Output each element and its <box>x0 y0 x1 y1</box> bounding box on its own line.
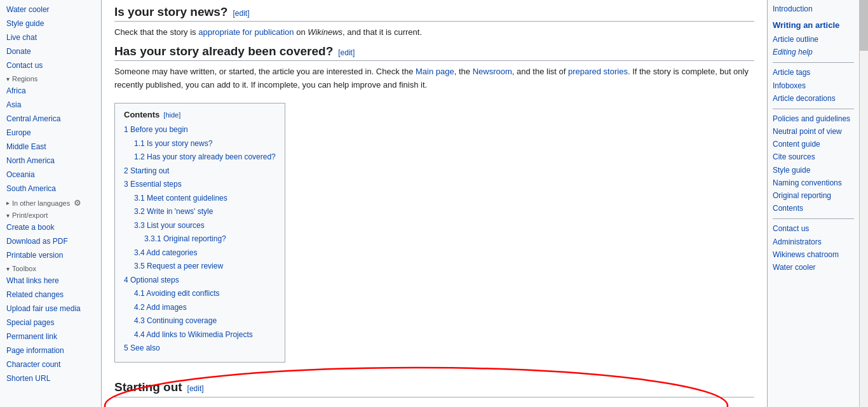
sidebar-item-oceania[interactable]: Oceania <box>0 168 101 182</box>
right-divider-3 <box>773 218 854 219</box>
section-has-story-been-covered: Has your story already been covered? [ed… <box>114 44 754 92</box>
right-writing-article-link[interactable]: Writing an article <box>773 19 854 32</box>
toc-item-1: 1 Before you begin <box>124 123 276 136</box>
sidebar-item-what-links-here[interactable]: What links here <box>0 274 101 288</box>
toc-link-5[interactable]: 5 See also <box>124 344 160 352</box>
sidebar-item-europe[interactable]: Europe <box>0 126 101 140</box>
scrollbar[interactable] <box>859 0 868 407</box>
regions-section-header[interactable]: ▾ Regions <box>0 72 101 84</box>
right-style-guide-link[interactable]: Style guide <box>773 164 854 177</box>
section2-edit-link[interactable]: [edit] <box>338 48 355 57</box>
toc-link-4-3[interactable]: 4.3 Continuing coverage <box>134 316 217 325</box>
sidebar-toolbox: What links here Related changes Upload f… <box>0 274 101 385</box>
toc-link-1[interactable]: 1 Before you begin <box>124 125 188 134</box>
contents-box: Contents [hide] 1 Before you begin 1.1 I… <box>114 103 285 363</box>
right-contents-link[interactable]: Contents <box>773 203 854 215</box>
starting-out-header: Starting out [edit] <box>114 380 754 397</box>
starting-out-edit-link[interactable]: [edit] <box>187 384 204 393</box>
toc-link-4-1[interactable]: 4.1 Avoiding edit conflicts <box>134 289 220 298</box>
other-languages-arrow-icon: ▸ <box>6 199 10 206</box>
sidebar-item-africa[interactable]: Africa <box>0 84 101 98</box>
contents-hide-link[interactable]: [hide] <box>163 111 180 119</box>
right-policies-guidelines-link[interactable]: Policies and guidelines <box>773 113 854 125</box>
toc-link-3-4[interactable]: 3.4 Add categories <box>134 248 197 257</box>
toc-link-3-3[interactable]: 3.3 List your sources <box>134 221 205 230</box>
sidebar-item-special-pages[interactable]: Special pages <box>0 316 101 330</box>
right-infoboxes-link[interactable]: Infoboxes <box>773 80 854 92</box>
scrollbar-thumb[interactable] <box>860 0 868 51</box>
prepared-stories-link[interactable]: prepared stories <box>568 67 628 76</box>
sidebar-item-permanent-link[interactable]: Permanent link <box>0 330 101 344</box>
right-naming-conventions-link[interactable]: Naming conventions <box>773 177 854 189</box>
toc-item-3-1: 3.1 Meet content guidelines <box>124 192 276 204</box>
section2-text: Someone may have written, or started, th… <box>114 65 754 92</box>
sidebar-item-printable-version[interactable]: Printable version <box>0 248 101 262</box>
toc-link-2[interactable]: 2 Starting out <box>124 166 169 175</box>
sidebar-item-donate[interactable]: Donate <box>0 44 101 58</box>
sidebar-item-shorten-url[interactable]: Shorten URL <box>0 371 101 385</box>
starting-out-text1: If the story has not been started, you c… <box>114 404 754 407</box>
toc-item-4: 4 Optional steps <box>124 274 276 286</box>
print-arrow-icon: ▾ <box>6 212 10 219</box>
sidebar-item-water-cooler[interactable]: Water cooler <box>0 3 101 17</box>
toc-link-3-2[interactable]: 3.2 Write in 'news' style <box>134 207 213 216</box>
right-cite-sources-link[interactable]: Cite sources <box>773 151 854 163</box>
right-content-guide-link[interactable]: Content guide <box>773 138 854 150</box>
sidebar-item-central-america[interactable]: Central America <box>0 112 101 126</box>
settings-icon[interactable]: ⚙ <box>74 198 81 208</box>
toc-link-1-1[interactable]: 1.1 Is your story news? <box>134 139 212 148</box>
sidebar-item-page-information[interactable]: Page information <box>0 344 101 357</box>
toc-item-4-1: 4.1 Avoiding edit conflicts <box>124 287 276 300</box>
sidebar-item-style-guide[interactable]: Style guide <box>0 17 101 30</box>
toc-link-3-5[interactable]: 3.5 Request a peer review <box>134 262 223 270</box>
right-contact-us-link[interactable]: Contact us <box>773 223 854 235</box>
toolbox-label: Toolbox <box>12 265 36 272</box>
section1-header: Is your story news? [edit] <box>114 5 754 22</box>
other-languages-header[interactable]: ▸ In other languages ⚙ <box>0 196 101 209</box>
right-water-cooler-link[interactable]: Water cooler <box>773 262 854 274</box>
sidebar-item-related-changes[interactable]: Related changes <box>0 288 101 302</box>
right-editing-help-link[interactable]: Editing help <box>773 46 854 58</box>
sidebar-item-live-chat[interactable]: Live chat <box>0 30 101 44</box>
section-is-your-story-news: Is your story news? [edit] Check that th… <box>114 5 754 39</box>
toc-item-1-1: 1.1 Is your story news? <box>124 137 276 150</box>
sidebar-item-download-pdf[interactable]: Download as PDF <box>0 234 101 248</box>
toc-link-4[interactable]: 4 Optional steps <box>124 276 179 284</box>
toolbox-header[interactable]: ▾ Toolbox <box>0 262 101 274</box>
toc-link-4-4[interactable]: 4.4 Add links to Wikimedia Projects <box>134 330 253 339</box>
sidebar-print: Create a book Download as PDF Printable … <box>0 220 101 262</box>
left-sidebar: Water cooler Style guide Live chat Donat… <box>0 0 102 407</box>
print-export-header[interactable]: ▾ Print/export <box>0 209 101 220</box>
section2-header: Has your story already been covered? [ed… <box>114 44 754 61</box>
right-neutral-pov-link[interactable]: Neutral point of view <box>773 126 854 138</box>
sidebar-item-contact-us[interactable]: Contact us <box>0 58 101 72</box>
right-wikinews-chatroom-link[interactable]: Wikinews chatroom <box>773 249 854 261</box>
sidebar-item-middle-east[interactable]: Middle East <box>0 140 101 154</box>
main-page-link[interactable]: Main page <box>416 67 454 76</box>
sidebar-item-upload-fair-use[interactable]: Upload fair use media <box>0 302 101 316</box>
section1-edit-link[interactable]: [edit] <box>233 9 249 18</box>
print-export-label: Print/export <box>12 211 48 219</box>
sidebar-top-links: Water cooler Style guide Live chat Donat… <box>0 3 101 72</box>
sidebar-item-north-america[interactable]: North America <box>0 154 101 168</box>
toc-link-3-3-1[interactable]: 3.3.1 Original reporting? <box>144 234 226 243</box>
appropriate-link[interactable]: appropriate for publication <box>198 27 294 37</box>
right-article-outline-link[interactable]: Article outline <box>773 34 854 46</box>
right-article-decorations-link[interactable]: Article decorations <box>773 93 854 105</box>
newsroom-link[interactable]: Newsroom <box>473 67 512 76</box>
right-intro-link[interactable]: Introduction <box>773 3 854 15</box>
toc-item-2: 2 Starting out <box>124 164 276 177</box>
toc-link-3[interactable]: 3 Essential steps <box>124 180 182 189</box>
toc-item-5: 5 See also <box>124 342 276 354</box>
right-administrators-link[interactable]: Administrators <box>773 236 854 248</box>
sidebar-item-character-count[interactable]: Character count <box>0 357 101 371</box>
main-content: Is your story news? [edit] Check that th… <box>102 0 767 407</box>
sidebar-item-asia[interactable]: Asia <box>0 98 101 112</box>
right-original-reporting-link[interactable]: Original reporting <box>773 190 854 202</box>
right-article-tags-link[interactable]: Article tags <box>773 67 854 79</box>
sidebar-item-create-book[interactable]: Create a book <box>0 220 101 234</box>
toc-link-4-2[interactable]: 4.2 Add images <box>134 303 187 312</box>
toc-link-3-1[interactable]: 3.1 Meet content guidelines <box>134 194 227 203</box>
sidebar-item-south-america[interactable]: South America <box>0 182 101 196</box>
toc-link-1-2[interactable]: 1.2 Has your story already been covered? <box>134 152 276 161</box>
